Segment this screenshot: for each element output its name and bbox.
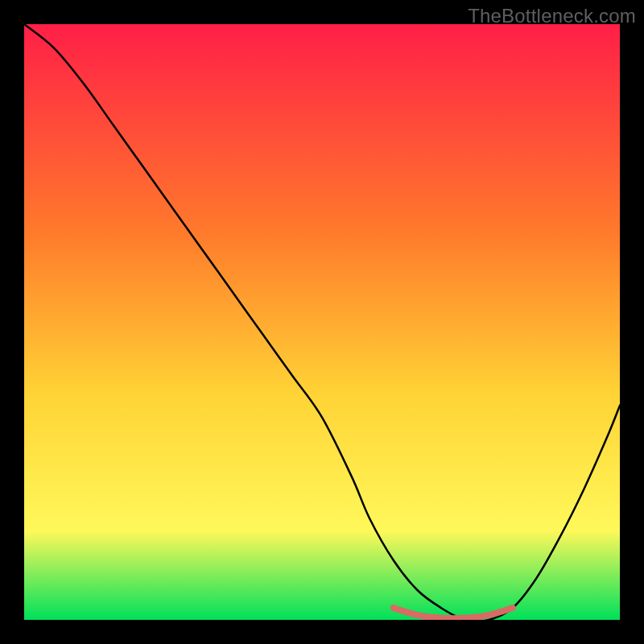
gradient-plot-area <box>24 24 620 620</box>
bottleneck-chart <box>24 24 620 620</box>
watermark-text: TheBottleneck.com <box>468 5 636 27</box>
chart-canvas: TheBottleneck.com <box>0 0 644 644</box>
